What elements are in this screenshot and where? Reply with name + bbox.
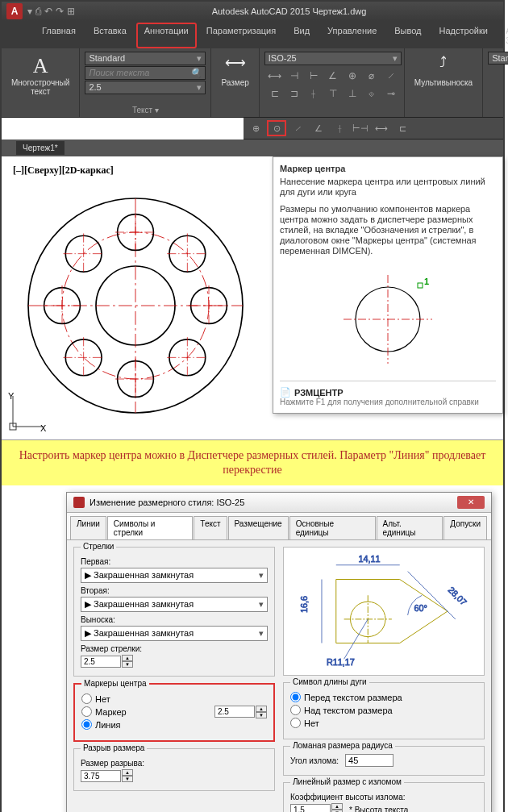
dimstyle-preview: 14,11 16,6 R11,17 28,07 60° [283, 547, 485, 676]
ribbon-tab[interactable]: Аннотации [136, 23, 197, 48]
jog-height-suffix: * Высота текста [349, 806, 408, 813]
dialog-tab[interactable]: Символы и стрелки [107, 516, 193, 539]
leader-arrow-label: Выноска: [81, 615, 268, 624]
jog-angle-input[interactable] [345, 754, 393, 767]
svg-text:60°: 60° [414, 603, 427, 613]
dim-flyout-icon[interactable]: ⟷ [372, 120, 391, 136]
dimension-icon: ⟷ [225, 54, 246, 78]
dim-flyout-icon[interactable]: ∠ [309, 120, 328, 136]
ribbon-tab[interactable]: Управление [319, 23, 385, 48]
leader-style-combo[interactable]: Standa [488, 52, 508, 65]
dialog-tabs: ЛинииСимволы и стрелкиТекстРазмещениеОсн… [67, 513, 491, 540]
ribbon-tab[interactable]: Параметризация [198, 23, 284, 48]
dialog-tab[interactable]: Линии [70, 516, 106, 539]
dialog-tab[interactable]: Размещение [228, 516, 289, 539]
ribbon-tab[interactable]: Надстройки [431, 23, 496, 48]
dialog-tab[interactable]: Альт. единицы [377, 516, 443, 539]
center-line-radio[interactable] [81, 719, 92, 730]
dimension-button[interactable]: ⟷ Размер [216, 51, 253, 90]
text-height-combo[interactable]: 2.5▾ [85, 81, 206, 94]
dim-tool-icon[interactable]: ⊥ [344, 85, 361, 102]
mtext-icon: A [33, 54, 48, 78]
dim-tool-icon[interactable]: ⌀ [363, 68, 381, 84]
viewport-label[interactable]: [–][Сверху][2D-каркас] [13, 164, 264, 177]
autocad-logo[interactable]: A [6, 3, 23, 19]
dim-tool-icon[interactable]: ⊤ [324, 85, 342, 102]
dialog-tab[interactable]: Основные единицы [289, 516, 376, 539]
command-icon: 📄 [280, 387, 291, 398]
ribbon-tab[interactable]: Вывод [386, 23, 429, 48]
svg-line-27 [344, 619, 369, 659]
mtext-button[interactable]: A Многострочный текст [6, 51, 74, 99]
dim-tool-icon[interactable]: ⟐ [363, 85, 381, 102]
annotation-callout: Настроить маркер центра можно в Диспетче… [2, 439, 503, 485]
svg-text:28,07: 28,07 [447, 585, 469, 607]
jog-height-spinner[interactable]: ▲▼ [290, 803, 343, 812]
quick-access-toolbar[interactable]: ▾ ⎙ ↶ ↷ ⊞ [27, 6, 75, 17]
dim-flyout-icon[interactable]: ⊏ [393, 120, 412, 136]
ribbon-tab[interactable]: Вид [285, 23, 318, 48]
center-mark-radio[interactable] [81, 706, 92, 717]
ucs-axes: Y X [6, 393, 47, 435]
mtext-label: Многострочный текст [11, 78, 69, 96]
arrow-size-spinner[interactable]: ▲▼ [81, 655, 133, 668]
dimension-label: Размер [221, 78, 248, 87]
dialog-tab[interactable]: Допуски [443, 516, 487, 539]
dimension-flyout-toolbar: ⊕ ⊙ ⟋ ∠ ⟊ ⊢⊣ ⟷ ⊏ [244, 118, 503, 139]
qat-icon[interactable]: ⊞ [67, 6, 75, 17]
first-arrow-combo[interactable]: ▶ Закрашенная замкнутая▾ [81, 568, 268, 583]
text-search-input[interactable]: Поиск текста🔍 [85, 66, 206, 80]
text-style-combo[interactable]: Standard▾ [85, 52, 206, 65]
arc-length-group-title: Символ длины дуги [290, 677, 369, 686]
break-size-spinner[interactable]: ▲▼ [81, 769, 133, 782]
arc-none-radio[interactable] [290, 718, 301, 728]
center-marks-group-title: Маркеры центра [81, 679, 149, 688]
x-axis-label: X [40, 423, 47, 433]
dim-flyout-icon[interactable]: ⟊ [330, 120, 349, 136]
jog-radius-group-title: Ломаная размера радиуса [290, 741, 395, 750]
mleader-icon: ⤴ [439, 54, 447, 78]
qat-icon[interactable]: ⎙ [35, 6, 41, 17]
command-tooltip: Маркер центра Нанесение маркера центра и… [273, 156, 503, 414]
arc-above-radio[interactable] [290, 705, 301, 715]
dim-tool-icon[interactable]: ⟋ [382, 68, 400, 84]
tooltip-title: Маркер центра [280, 164, 496, 173]
text-panel-label[interactable]: Текст ▾ [85, 104, 206, 115]
arc-before-radio[interactable] [290, 692, 301, 702]
center-none-radio[interactable] [81, 693, 92, 704]
dim-tool-icon[interactable]: ⊏ [266, 85, 284, 102]
dialog-logo-icon [73, 497, 85, 508]
ribbon-tab[interactable]: Главная [34, 23, 84, 48]
dim-tool-icon[interactable]: ⊕ [344, 68, 361, 84]
dim-tool-icon[interactable]: ⟊ [305, 85, 323, 102]
dim-flyout-icon[interactable]: ⊕ [246, 120, 265, 136]
linear-jog-group-title: Линейный размер с изломом [290, 777, 404, 786]
leader-arrow-combo[interactable]: ▶ Закрашенная замкнутая▾ [81, 626, 268, 641]
second-arrow-combo[interactable]: ▶ Закрашенная замкнутая▾ [81, 597, 268, 612]
ribbon-tab[interactable]: Autodesk 360 [498, 23, 508, 48]
center-size-spinner[interactable]: ▲▼ [214, 706, 267, 718]
dim-tool-icon[interactable]: ⟷ [266, 68, 284, 84]
ribbon-tab[interactable]: Вставка [85, 23, 135, 48]
dim-flyout-icon[interactable]: ⟋ [288, 120, 307, 136]
qat-icon[interactable]: ▾ [27, 6, 32, 17]
qat-icon[interactable]: ↶ [44, 6, 52, 17]
dim-style-combo[interactable]: ISO-25▾ [264, 52, 402, 65]
center-mark-button[interactable]: ⊙ [267, 120, 286, 136]
dim-tool-icon[interactable]: ⊸ [382, 85, 400, 102]
command-name: РЗМЦЕНТР [294, 388, 344, 398]
dim-tool-icon[interactable]: ⊐ [285, 85, 303, 102]
svg-text:14,11: 14,11 [358, 554, 380, 564]
dim-tool-icon[interactable]: ⊣ [285, 68, 303, 84]
mleader-button[interactable]: ⤴ Мультивыноска [410, 51, 477, 90]
dialog-close-button[interactable]: ✕ [457, 496, 485, 509]
dim-tool-icon[interactable]: ⊢ [305, 68, 323, 84]
qat-icon[interactable]: ↷ [56, 6, 64, 17]
dim-flyout-icon[interactable]: ⊢⊣ [351, 120, 370, 136]
drawing-file-tab[interactable]: Чертеж1* [16, 141, 65, 155]
dim-tool-icon[interactable]: ∠ [324, 68, 342, 84]
mleader-label: Мультивыноска [414, 78, 473, 87]
drawing-flange [23, 193, 248, 418]
dialog-tab[interactable]: Текст [194, 516, 227, 539]
first-arrow-label: Первая: [81, 557, 268, 566]
